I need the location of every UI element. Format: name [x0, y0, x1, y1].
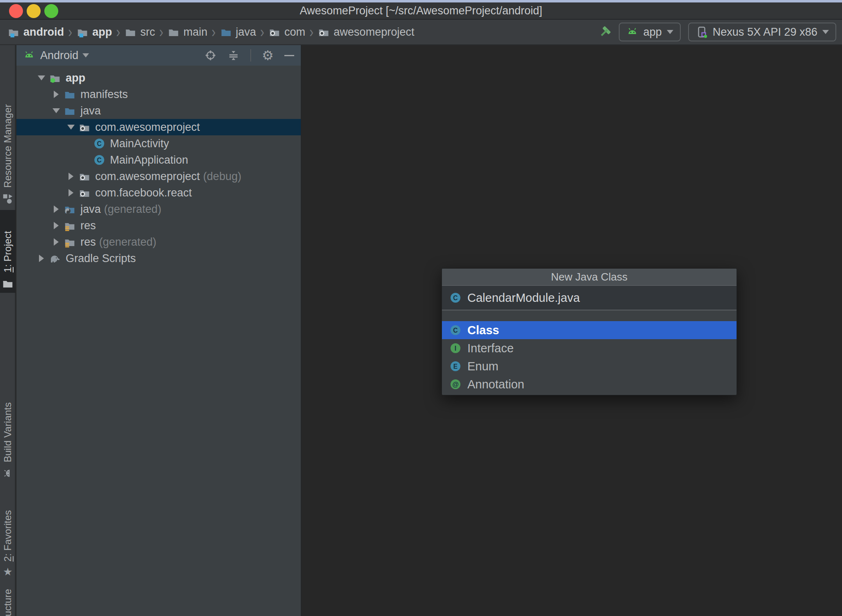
folder-res-icon [63, 235, 76, 249]
tree-item-label: MainActivity [110, 137, 169, 150]
breadcrumb-separator: › [158, 23, 165, 41]
tree-item-mainapplication[interactable]: CMainApplication [16, 152, 301, 168]
folder-blue-icon [220, 26, 232, 38]
device-select[interactable]: Nexus 5X API 29 x86 [688, 23, 836, 41]
tree-item-suffix: (generated) [104, 203, 162, 216]
stripe-button-structure[interactable]: 7: Structure [0, 586, 16, 616]
breadcrumb-item-android[interactable]: android [7, 26, 64, 39]
tree-item-label: java [80, 105, 101, 117]
class-name-input[interactable]: C CalendarModule.java [442, 286, 737, 310]
stripe-button-project[interactable]: 1: Project [0, 210, 16, 293]
tree-item-label: res [80, 219, 96, 232]
breadcrumb-item-awesomeproject[interactable]: awesomeproject [318, 26, 414, 39]
stripe-label: Resource Manager [2, 104, 14, 188]
breadcrumb-item-app[interactable]: app [76, 26, 112, 39]
window-title: AwesomeProject [~/src/AwesomeProject/and… [300, 5, 542, 17]
expanded-arrow-icon[interactable] [49, 108, 63, 113]
tree-item-com-awesomeproject[interactable]: com.awesomeproject(debug) [16, 168, 301, 185]
breadcrumb-separator: › [308, 23, 315, 41]
class-icon: C [449, 292, 462, 304]
navigation-bar: android›app›src›main›java›com›awesomepro… [0, 20, 842, 45]
collapsed-arrow-icon[interactable] [64, 173, 78, 180]
tree-item-gradle-scripts[interactable]: Gradle Scripts [16, 250, 301, 267]
tree-item-com-awesomeproject[interactable]: com.awesomeproject [16, 119, 301, 135]
tree-item-res[interactable]: res [16, 217, 301, 234]
kind-option-class[interactable]: CClass [442, 321, 737, 339]
breadcrumb-item-main[interactable]: main [167, 26, 208, 39]
tree-item-label: Gradle Scripts [66, 252, 136, 265]
tree-item-com-facebook-react[interactable]: com.facebook.react [16, 185, 301, 201]
expanded-arrow-icon[interactable] [64, 125, 78, 130]
tree-item-label: app [66, 72, 85, 84]
breadcrumb-separator: › [114, 23, 122, 41]
settings-gear-icon[interactable]: ⚙ [262, 49, 274, 62]
kind-option-annotation[interactable]: @Annotation [442, 375, 737, 393]
tree-item-res[interactable]: res(generated) [16, 234, 301, 250]
tree-item-app[interactable]: app [16, 70, 301, 86]
project-view-selector[interactable]: Android [40, 49, 78, 62]
stripe-button-build-variants[interactable]: Build Variants [0, 399, 16, 483]
kind-list: CClassIInterfaceEEnum@Annotation [442, 310, 737, 395]
tree-item-label: res [80, 236, 96, 249]
folder-blue-icon [63, 88, 76, 101]
title-bar: AwesomeProject [~/src/AwesomeProject/and… [0, 2, 842, 20]
kind-option-label: Enum [467, 360, 499, 373]
stripe-label: 1: Project [2, 231, 14, 272]
popup-title: New Java Class [442, 269, 737, 286]
folder-badge-icon [7, 26, 20, 38]
tree-item-label: com.awesomeproject [95, 121, 200, 134]
build-variants-icon [2, 467, 14, 479]
kind-option-enum[interactable]: EEnum [442, 357, 737, 375]
resource-manager-icon [2, 193, 14, 205]
folder-icon [167, 26, 180, 38]
run-configuration-label: app [643, 26, 662, 39]
locate-icon[interactable] [204, 49, 217, 62]
tree-item-manifests[interactable]: manifests [16, 86, 301, 103]
collapsed-arrow-icon[interactable] [64, 189, 78, 196]
minimize-button[interactable] [27, 4, 41, 18]
collapse-all-icon[interactable] [227, 49, 240, 62]
tree-item-label: MainApplication [110, 154, 188, 167]
svg-text:@: @ [452, 381, 458, 388]
annotation-icon: @ [449, 378, 462, 390]
hide-panel-icon[interactable] [284, 55, 294, 56]
tree-item-mainactivity[interactable]: CMainActivity [16, 135, 301, 152]
stripe-button-resource-manager[interactable]: Resource Manager [0, 103, 16, 208]
tree-item-java[interactable]: java [16, 103, 301, 119]
collapsed-arrow-icon[interactable] [49, 91, 63, 98]
project-folder-icon [2, 277, 14, 290]
folder-generated-icon [63, 203, 76, 216]
stripe-button-favorites[interactable]: 2: Favorites★ [0, 496, 16, 580]
build-hammer-icon[interactable] [599, 26, 611, 38]
collapsed-arrow-icon[interactable] [49, 222, 63, 229]
breadcrumb-separator: › [66, 23, 74, 41]
folder-badge-icon [76, 26, 89, 38]
tree-item-java[interactable]: java(generated) [16, 201, 301, 217]
breadcrumb-label: com [284, 26, 305, 39]
folder-icon [124, 26, 137, 38]
enum-icon: E [449, 360, 462, 372]
run-configuration-select[interactable]: app [619, 23, 681, 41]
collapsed-arrow-icon[interactable] [49, 238, 63, 246]
zoom-button[interactable] [44, 4, 58, 18]
panel-header-actions: ⚙ [204, 49, 294, 62]
folder-blue-icon [63, 104, 76, 117]
stripe-label: Build Variants [2, 402, 14, 462]
chevron-down-icon[interactable] [82, 53, 89, 57]
breadcrumb-label: app [92, 26, 112, 39]
kind-option-interface[interactable]: IInterface [442, 339, 737, 357]
project-tool-window: Android ⚙ appmanifestsjavacom.awesomepro… [16, 45, 302, 616]
android-head-icon [23, 49, 35, 62]
collapsed-arrow-icon[interactable] [49, 205, 63, 213]
collapsed-arrow-icon[interactable] [34, 255, 48, 262]
breadcrumb-item-java[interactable]: java [220, 26, 256, 39]
breadcrumb-item-com[interactable]: com [268, 26, 305, 39]
chevron-down-icon [822, 30, 829, 34]
close-button[interactable] [9, 4, 23, 18]
breadcrumb-item-src[interactable]: src [124, 26, 155, 39]
tree-item-suffix: (debug) [203, 170, 241, 183]
device-phone-icon [696, 26, 708, 38]
class-name-value: CalendarModule.java [467, 291, 580, 305]
device-label: Nexus 5X API 29 x86 [713, 26, 817, 39]
expanded-arrow-icon[interactable] [34, 75, 48, 80]
